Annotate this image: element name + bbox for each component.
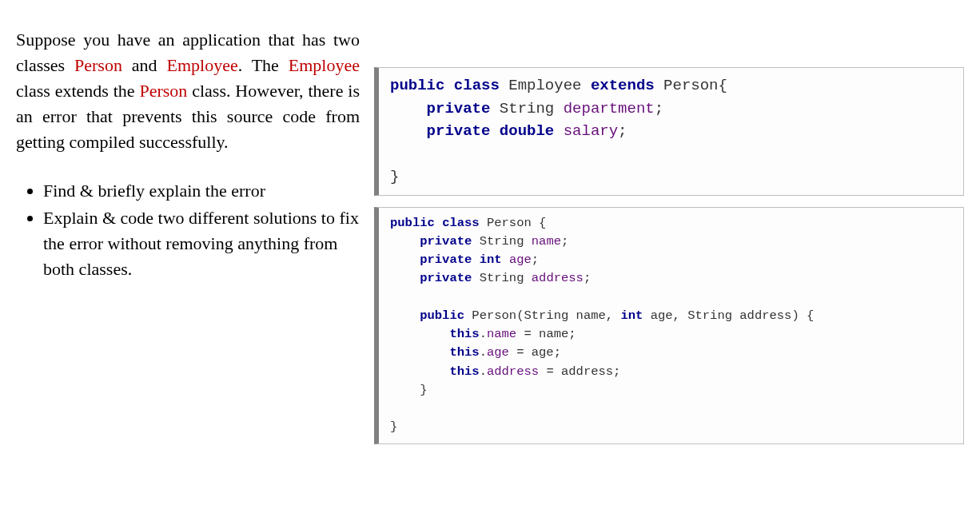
type-string-1: String: [500, 100, 554, 117]
kw-private-1: private: [427, 100, 491, 117]
kw-private-3: private: [420, 234, 472, 249]
brace-open: {: [719, 77, 727, 94]
kw-public-2: public: [390, 216, 435, 230]
field-department: department: [564, 100, 655, 117]
comma-1: ,: [606, 308, 613, 323]
bullet-2: Explain & code two different solutions t…: [43, 205, 360, 282]
bullet-1: Find & briefly explain the error: [43, 178, 360, 204]
eq-1: =: [516, 327, 539, 341]
brace-open-2: {: [539, 216, 546, 230]
dot-2: .: [480, 345, 487, 360]
bullet-list: Find & briefly explain the error Explain…: [16, 178, 360, 282]
semi-5: ;: [584, 271, 591, 285]
type-string-2: String: [480, 234, 524, 249]
intro-text-2: and: [122, 55, 167, 75]
param-name: name: [576, 308, 606, 323]
code-block-person: public class Person { private String nam…: [374, 207, 964, 444]
kw-this-3: this: [449, 364, 479, 379]
kw-private-5: private: [420, 271, 472, 285]
kw-this-2: this: [449, 345, 479, 360]
ctor-person: Person: [472, 308, 516, 323]
code-block-employee: public class Employee extends Person{ pr…: [374, 67, 964, 196]
kw-public: public: [390, 77, 444, 94]
class-name-person-2: Person: [487, 216, 532, 230]
this-name: name: [487, 327, 516, 341]
eq-3: =: [539, 364, 561, 379]
kw-class-2: class: [442, 216, 480, 230]
document-container: Suppose you have an application that has…: [16, 10, 964, 455]
field-name: name: [532, 234, 561, 249]
left-column: Suppose you have an application that has…: [16, 10, 360, 284]
param-type-string-1: String: [524, 308, 568, 323]
kw-private-4: private: [420, 253, 472, 267]
semi-2: ;: [618, 122, 627, 140]
semi-1: ;: [655, 100, 663, 117]
field-salary: salary: [564, 122, 618, 140]
field-age: age: [509, 253, 532, 267]
brace-open-3: {: [807, 308, 814, 323]
semi-7: ;: [554, 345, 561, 360]
param-type-string-2: String: [687, 308, 732, 323]
val-age: age: [532, 345, 554, 360]
field-address: address: [532, 271, 584, 285]
kw-extends: extends: [591, 77, 655, 94]
brace-close: }: [390, 168, 399, 185]
type-int: int: [480, 253, 502, 267]
intro-employee-1: Employee: [166, 55, 237, 75]
intro-person-2: Person: [139, 81, 187, 101]
brace-close-2: }: [420, 383, 427, 397]
param-type-int: int: [620, 308, 643, 323]
class-name-person: Person: [663, 77, 718, 94]
kw-this-1: this: [449, 327, 479, 341]
intro-person-1: Person: [74, 55, 122, 75]
dot-1: .: [480, 327, 487, 341]
eq-2: =: [509, 345, 532, 360]
kw-class: class: [454, 77, 500, 94]
kw-private-2: private: [427, 122, 491, 140]
paren-close: ): [791, 308, 799, 323]
dot-3: .: [480, 364, 487, 379]
param-age: age: [651, 308, 673, 323]
semi-6: ;: [568, 327, 576, 341]
intro-employee-2: Employee: [289, 55, 360, 75]
semi-4: ;: [532, 253, 539, 267]
type-string-3: String: [480, 271, 524, 285]
right-column: public class Employee extends Person{ pr…: [374, 10, 964, 455]
kw-public-3: public: [420, 308, 464, 323]
intro-text-3: . The: [238, 55, 289, 75]
semi-8: ;: [613, 364, 620, 379]
param-address: address: [739, 308, 791, 323]
brace-close-3: }: [390, 420, 397, 434]
semi-3: ;: [561, 234, 568, 249]
val-name: name: [539, 327, 568, 341]
this-age: age: [487, 345, 509, 360]
intro-paragraph: Suppose you have an application that has…: [16, 27, 360, 154]
comma-2: ,: [673, 308, 680, 323]
intro-text-4: class extends the: [16, 81, 139, 101]
type-double: double: [500, 122, 554, 140]
class-name-employee: Employee: [508, 77, 581, 94]
val-address: address: [561, 364, 613, 379]
this-address: address: [487, 364, 539, 379]
